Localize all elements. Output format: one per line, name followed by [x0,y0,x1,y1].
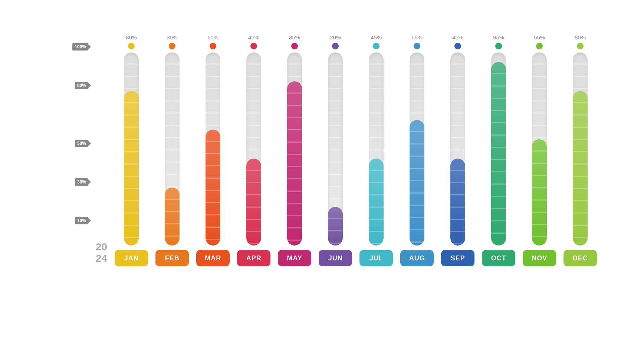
month-badge-aug: AUG [400,250,434,266]
percent-label-jan: 80% [126,34,137,40]
percent-label-aug: 65% [411,34,423,40]
month-col-apr: 45%APR [233,34,274,266]
month-badge-oct: OCT [482,250,515,266]
percent-label-jun: 20% [330,34,341,40]
bar-track-may [287,52,302,246]
bar-fill-mar [206,130,220,246]
bar-track-aug [410,52,424,246]
bar-track-dec [573,52,588,246]
year-line2: 24 [96,253,107,264]
chart-area: 100%80%50%30%10% 20 24 80%JAN30%FEB60%MA… [25,34,619,266]
bar-fill-apr [246,159,261,246]
y-label-10: 10% [75,217,88,224]
bar-track-jan [124,52,139,246]
y-label-50: 50% [75,140,88,147]
month-badge-nov: NOV [523,250,556,266]
percent-label-feb: 30% [167,34,178,40]
months-section: 20 24 80%JAN30%FEB60%MAR45%APR85%MAY20%J… [96,34,601,266]
month-badge-jul: JUL [359,250,393,266]
month-col-oct: 95%OCT [478,34,519,266]
month-col-jun: 20%JUN [315,34,356,266]
month-col-dec: 80%DEC [560,34,601,266]
percent-label-may: 85% [289,34,300,40]
dot-mar [210,43,216,49]
dot-apr [250,43,257,49]
month-col-jan: 80%JAN [111,34,152,266]
bar-fill-dec [573,91,588,246]
bar-track-jul [369,52,384,246]
dot-jul [373,43,380,49]
main-container: 100%80%50%30%10% 20 24 80%JAN30%FEB60%MA… [25,15,619,349]
month-col-may: 85%MAY [274,34,315,266]
bar-fill-nov [532,139,547,246]
month-col-jul: 45%JUL [356,34,397,266]
year-line1: 20 [96,241,107,253]
bar-fill-may [287,81,302,246]
month-col-nov: 55%NOV [519,34,560,266]
bar-track-mar [206,52,220,246]
dot-aug [414,43,420,49]
bar-track-jun [328,52,343,246]
bar-fill-sep [450,159,465,246]
bar-track-nov [532,52,547,246]
bar-track-sep [450,52,465,246]
year-label: 20 24 [96,241,107,264]
month-badge-feb: FEB [155,250,189,266]
bar-track-apr [246,52,261,246]
bar-track-feb [165,52,180,246]
percent-label-nov: 55% [534,34,545,40]
y-axis: 100%80%50%30%10% [62,47,88,240]
month-badge-apr: APR [237,250,270,266]
bar-fill-jan [124,91,139,246]
y-label-80: 80% [75,82,88,89]
dot-nov [536,43,543,49]
percent-label-dec: 80% [575,34,586,40]
bar-fill-oct [491,62,506,246]
percent-label-sep: 45% [452,34,463,40]
y-label-100: 100% [72,43,88,51]
bar-fill-jul [369,159,384,246]
bar-fill-aug [410,120,424,246]
dot-dec [577,43,584,49]
month-col-aug: 65%AUG [397,34,437,266]
month-col-sep: 45%SEP [437,34,478,266]
bar-fill-jun [328,207,343,246]
percent-label-jul: 45% [371,34,382,40]
dot-jan [128,43,135,49]
percent-label-apr: 45% [248,34,259,40]
percent-label-mar: 60% [207,34,218,40]
month-badge-mar: MAR [196,250,230,266]
dot-sep [454,43,461,49]
dot-feb [169,43,175,49]
month-badge-jun: JUN [319,250,352,266]
bar-fill-feb [165,188,180,246]
dot-may [291,43,298,49]
dot-oct [495,43,502,49]
month-badge-dec: DEC [564,250,597,266]
dot-jun [332,43,339,49]
month-badge-sep: SEP [441,250,474,266]
month-col-mar: 60%MAR [193,34,233,266]
bar-track-oct [491,52,506,246]
month-badge-may: MAY [278,250,311,266]
y-label-30: 30% [75,178,88,186]
percent-label-oct: 95% [493,34,504,40]
month-col-feb: 30%FEB [152,34,193,266]
month-badge-jan: JAN [115,250,148,266]
